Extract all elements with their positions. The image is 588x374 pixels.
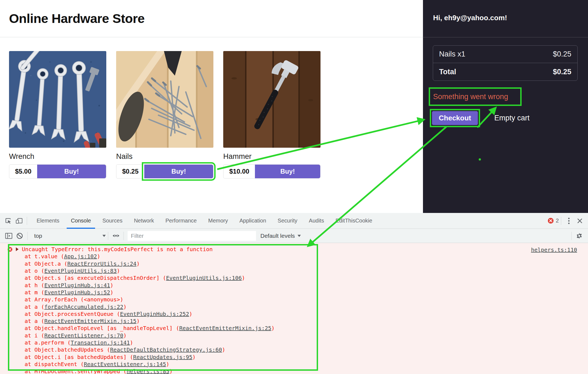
stack-frame-text: ) <box>169 368 173 374</box>
toolbar-separator <box>27 232 28 240</box>
tab-performance[interactable]: Performance <box>160 213 203 229</box>
stack-frame-text: at m ( <box>25 289 44 296</box>
product-price: $10.00 <box>224 165 255 178</box>
stack-frame-link[interactable]: EventPluginHub.js:52 <box>44 289 110 296</box>
tab-elements[interactable]: Elements <box>31 213 65 229</box>
product-image-nails <box>116 51 213 148</box>
console-sidebar-icon[interactable] <box>3 230 14 241</box>
tab-editthiscookie[interactable]: EditThisCookie <box>330 213 378 229</box>
stack-frame: at o (EventPluginUtils.js:83) <box>0 267 588 274</box>
product-image-hammer <box>223 51 321 148</box>
sidebar-divider <box>423 37 588 37</box>
buy-button-wrench[interactable]: Buy! <box>37 165 106 178</box>
stack-frame-text: ) <box>110 289 113 296</box>
stack-frame-text: ) <box>97 253 100 260</box>
stack-frame-text: at Object.batchedUpdates ( <box>25 346 110 353</box>
stack-frame: at a (forEachAccumulated.js:22) <box>0 303 588 310</box>
console-log-area: Uncaught TypeError: this.myCodeIsPerfect… <box>0 243 588 374</box>
page-title: Online Hardware Store <box>9 11 145 26</box>
stack-frame-link[interactable]: EventPluginUtils.js:83 <box>44 268 117 274</box>
stack-frame: at h (EventPluginHub.js:41) <box>0 281 588 289</box>
product-name: Nails <box>116 152 213 161</box>
buy-button-nails[interactable]: Buy! <box>144 165 213 178</box>
console-error-entry: Uncaught TypeError: this.myCodeIsPerfect… <box>0 243 588 374</box>
product-card-nails: Nails $0.25 Buy! <box>116 51 213 179</box>
stack-frame-link[interactable]: EventPluginHub.js:252 <box>120 311 189 317</box>
stack-frame-text: ) <box>130 339 133 346</box>
cart-error-message: Something went wrong <box>429 87 522 106</box>
kebab-menu-icon[interactable] <box>563 215 574 226</box>
store-page: Online Hardware Store <box>0 0 423 213</box>
gear-icon[interactable] <box>574 230 585 241</box>
stack-frame-text: at o ( <box>25 268 44 274</box>
stack-frame-text: ) <box>192 354 196 360</box>
stack-frame-text: ) <box>222 346 225 353</box>
tab-security[interactable]: Security <box>272 213 303 229</box>
stack-frame-link[interactable]: ReactEventEmitterMixin.js:25 <box>179 325 271 331</box>
eye-icon[interactable] <box>110 230 121 241</box>
log-levels-selector[interactable]: Default levels <box>260 233 301 239</box>
stack-frame: at Object.batchedUpdates (ReactDefaultBa… <box>0 346 588 353</box>
stack-frame-text: ) <box>189 311 192 317</box>
stack-frame: at t.value (App.js:102) <box>0 253 588 260</box>
filter-input[interactable] <box>128 231 256 241</box>
stack-frame: at Object.a (ReactErrorUtils.js:24) <box>0 260 588 267</box>
buy-button-hammer[interactable]: Buy! <box>255 165 320 178</box>
stack-frame-link[interactable]: ReactEventListener.js:145 <box>84 361 166 367</box>
stack-frame: at Array.forEach (<anonymous>) <box>0 296 588 303</box>
price-row: $5.00 Buy! <box>9 164 106 179</box>
stack-frame-link[interactable]: forEachAccumulated.js:22 <box>44 304 123 310</box>
tab-application[interactable]: Application <box>234 213 272 229</box>
tab-console[interactable]: Console <box>65 213 96 229</box>
stack-frame-text: ) <box>123 304 127 310</box>
stack-frame-text: ) <box>117 268 120 274</box>
stack-frame-link[interactable]: ReactEventListener.js:70 <box>44 332 123 339</box>
stack-frame-text: at Object.a ( <box>25 260 67 267</box>
close-icon[interactable] <box>574 215 585 226</box>
tab-audits[interactable]: Audits <box>303 213 330 229</box>
stack-frame-link[interactable]: Transaction.js:141 <box>71 339 130 346</box>
empty-cart-button[interactable]: Empty cart <box>494 114 530 122</box>
stack-frame-link[interactable]: App.js:102 <box>64 253 97 260</box>
stack-frame-link[interactable]: ReactUpdates.js:95 <box>133 354 192 360</box>
toolbar-separator <box>27 217 27 225</box>
tab-sources[interactable]: Sources <box>97 213 128 229</box>
clear-console-icon[interactable] <box>14 230 25 241</box>
context-selector[interactable]: top <box>34 233 106 239</box>
store-header: Online Hardware Store <box>0 0 423 37</box>
stack-frame: at Object.processEventQueue (EventPlugin… <box>0 310 588 317</box>
stack-frame: at Object.s [as executeDispatchesInOrder… <box>0 274 588 281</box>
error-source-link[interactable]: helpers.ts:110 <box>531 247 577 253</box>
cart-total-label: Total <box>439 68 456 76</box>
error-circle-icon <box>7 247 13 252</box>
stack-frame-text: at Object.handleTopLevel [as _handleTopL… <box>25 325 179 331</box>
stack-frame-link[interactable]: ReactEventEmitterMixin.js:15 <box>44 318 136 324</box>
checkout-button[interactable]: Checkout <box>432 111 478 125</box>
stack-frame-link[interactable]: helpers.ts:85 <box>127 368 169 374</box>
tab-memory[interactable]: Memory <box>202 213 234 229</box>
stack-frame-link[interactable]: ReactDefaultBatchingStrategy.js:60 <box>110 346 222 353</box>
error-count-badge[interactable]: 2 <box>548 218 559 224</box>
stack-frame-text: at a ( <box>25 318 44 324</box>
stack-frame: at a (ReactEventEmitterMixin.js:15) <box>0 317 588 325</box>
stack-frame-text: at t.value ( <box>25 253 64 260</box>
annotation-dot <box>479 158 481 161</box>
stack-frame-text: ) <box>136 318 140 324</box>
stack-frame-link[interactable]: ReactErrorUtils.js:24 <box>67 260 137 267</box>
stack-frame: at Object.i [as batchedUpdates] (ReactUp… <box>0 353 588 360</box>
inspect-cursor-icon[interactable] <box>3 215 14 226</box>
stack-frame: at i (ReactEventListener.js:70) <box>0 332 588 339</box>
disclosure-triangle-icon[interactable] <box>16 247 19 251</box>
stack-frame: at HTMLDocument.sentryWrapped (helpers.t… <box>0 368 588 374</box>
console-toolbar: top Default levels <box>0 229 588 243</box>
price-row: $10.00 Buy! <box>223 164 321 179</box>
stack-frame-link[interactable]: EventPluginHub.js:41 <box>44 282 110 289</box>
cart-total-value: $0.25 <box>553 68 571 76</box>
stack-frame-link[interactable]: EventPluginUtils.js:106 <box>166 275 242 281</box>
stack-frame-text: ) <box>271 325 275 331</box>
device-toolbar-icon[interactable] <box>14 215 25 226</box>
stack-frame-text: at a ( <box>25 304 44 310</box>
stack-frame-text: at Array.forEach (<anonymous>) <box>25 296 123 303</box>
tab-network[interactable]: Network <box>128 213 160 229</box>
stack-frame-text: ) <box>123 332 127 339</box>
